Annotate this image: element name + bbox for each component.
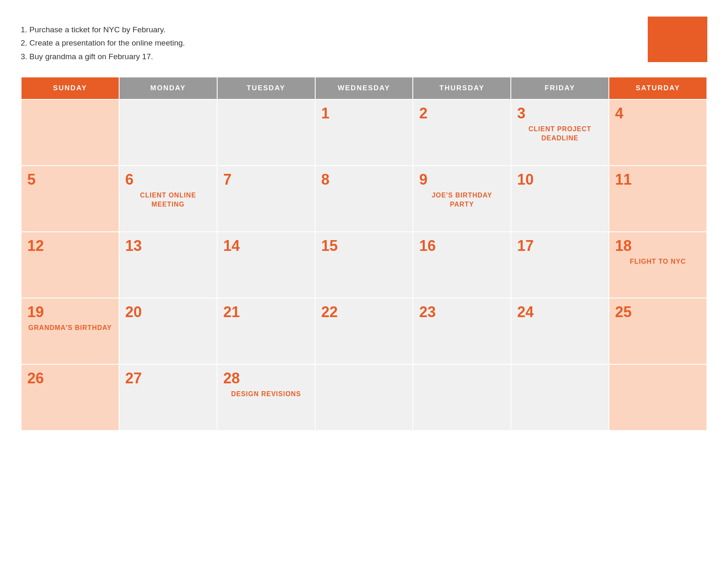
- calendar-cell: 23: [413, 298, 511, 364]
- weekday-header: WEDNESDAY: [315, 77, 413, 99]
- event-label: GRANDMA'S BIRTHDAY: [27, 323, 113, 332]
- day-number: 18: [615, 237, 701, 255]
- day-number: 7: [223, 171, 309, 188]
- calendar-week-row: 262728DESIGN REVISIONS: [21, 364, 707, 431]
- calendar-week-row: 56CLIENT ONLINE MEETING789JOE'S BIRTHDAY…: [21, 166, 707, 232]
- day-number: 2: [419, 105, 505, 122]
- calendar-cell: 14: [217, 232, 315, 298]
- calendar-cell: 12: [21, 232, 119, 298]
- calendar-cell: 4: [609, 99, 707, 166]
- calendar-cell: 21: [217, 298, 315, 364]
- day-number: 4: [615, 105, 701, 122]
- day-number: 12: [27, 237, 113, 255]
- calendar-cell: 6CLIENT ONLINE MEETING: [119, 166, 217, 232]
- event-label: CLIENT ONLINE MEETING: [125, 191, 211, 209]
- day-number: 5: [27, 171, 113, 188]
- calendar-cell: 19GRANDMA'S BIRTHDAY: [21, 298, 119, 364]
- day-number: 28: [223, 370, 309, 387]
- day-number: 8: [321, 171, 407, 188]
- calendar-cell: 25: [609, 298, 707, 364]
- notes-section: 1. Purchase a ticket for NYC by February…: [21, 17, 631, 63]
- calendar-cell: 28DESIGN REVISIONS: [217, 364, 315, 431]
- calendar-cell: 16: [413, 232, 511, 298]
- weekday-header: THURSDAY: [413, 77, 511, 99]
- calendar-cell: 11: [609, 166, 707, 232]
- calendar-cell: [217, 99, 315, 166]
- calendar-cell: [609, 364, 707, 431]
- note-item: 2. Create a presentation for the online …: [21, 36, 631, 50]
- calendar-cell: [119, 99, 217, 166]
- calendar-cell: 10: [511, 166, 609, 232]
- event-label: JOE'S BIRTHDAY PARTY: [419, 191, 505, 209]
- day-number: 6: [125, 171, 211, 188]
- day-number: 9: [419, 171, 505, 188]
- calendar-week-row: 12131415161718FLIGHT TO NYC: [21, 232, 707, 298]
- calendar-header: SUNDAYMONDAYTUESDAYWEDNESDAYTHURSDAYFRID…: [21, 77, 707, 99]
- calendar-cell: 24: [511, 298, 609, 364]
- calendar-cell: 27: [119, 364, 217, 431]
- day-number: 21: [223, 303, 309, 321]
- calendar-week-row: 19GRANDMA'S BIRTHDAY202122232425: [21, 298, 707, 364]
- calendar-cell: 13: [119, 232, 217, 298]
- calendar-cell: 2: [413, 99, 511, 166]
- day-number: 26: [27, 370, 113, 387]
- calendar-cell: 15: [315, 232, 413, 298]
- calendar-cell: [315, 364, 413, 431]
- day-number: 20: [125, 303, 211, 321]
- day-number: 24: [517, 303, 603, 321]
- day-number: 16: [419, 237, 505, 255]
- day-number: 15: [321, 237, 407, 255]
- event-label: CLIENT PROJECT DEADLINE: [517, 125, 603, 143]
- calendar-cell: 26: [21, 364, 119, 431]
- day-number: 14: [223, 237, 309, 255]
- calendar-cell: 8: [315, 166, 413, 232]
- event-label: DESIGN REVISIONS: [223, 390, 309, 399]
- calendar-cell: 9JOE'S BIRTHDAY PARTY: [413, 166, 511, 232]
- calendar-cell: [21, 99, 119, 166]
- calendar-cell: 22: [315, 298, 413, 364]
- weekday-row: SUNDAYMONDAYTUESDAYWEDNESDAYTHURSDAYFRID…: [21, 77, 707, 99]
- top-section: 1. Purchase a ticket for NYC by February…: [21, 17, 707, 63]
- calendar-body: 123CLIENT PROJECT DEADLINE456CLIENT ONLI…: [21, 99, 707, 431]
- weekday-header: MONDAY: [119, 77, 217, 99]
- calendar-cell: 17: [511, 232, 609, 298]
- day-number: 19: [27, 303, 113, 321]
- calendar-week-row: 123CLIENT PROJECT DEADLINE4: [21, 99, 707, 166]
- day-number: 25: [615, 303, 701, 321]
- day-number: 27: [125, 370, 211, 387]
- calendar-cell: 7: [217, 166, 315, 232]
- weekday-header: TUESDAY: [217, 77, 315, 99]
- calendar-cell: 5: [21, 166, 119, 232]
- day-number: 23: [419, 303, 505, 321]
- calendar-cell: 20: [119, 298, 217, 364]
- weekday-header: SUNDAY: [21, 77, 119, 99]
- day-number: 13: [125, 237, 211, 255]
- calendar-cell: 1: [315, 99, 413, 166]
- day-number: 10: [517, 171, 603, 188]
- calendar-cell: [511, 364, 609, 431]
- calendar: SUNDAYMONDAYTUESDAYWEDNESDAYTHURSDAYFRID…: [21, 77, 707, 431]
- day-number: 22: [321, 303, 407, 321]
- month-header: [648, 17, 707, 62]
- day-number: 3: [517, 105, 603, 122]
- note-item: 3. Buy grandma a gift on February 17.: [21, 50, 631, 63]
- calendar-cell: 3CLIENT PROJECT DEADLINE: [511, 99, 609, 166]
- notes-list: 1. Purchase a ticket for NYC by February…: [21, 23, 631, 63]
- calendar-cell: 18FLIGHT TO NYC: [609, 232, 707, 298]
- month-label: [658, 17, 707, 62]
- weekday-header: FRIDAY: [511, 77, 609, 99]
- day-number: 11: [615, 171, 701, 188]
- note-item: 1. Purchase a ticket for NYC by February…: [21, 23, 631, 36]
- day-number: 17: [517, 237, 603, 255]
- calendar-cell: [413, 364, 511, 431]
- year-label: [648, 17, 658, 62]
- weekday-header: SATURDAY: [609, 77, 707, 99]
- day-number: 1: [321, 105, 407, 122]
- event-label: FLIGHT TO NYC: [615, 257, 701, 266]
